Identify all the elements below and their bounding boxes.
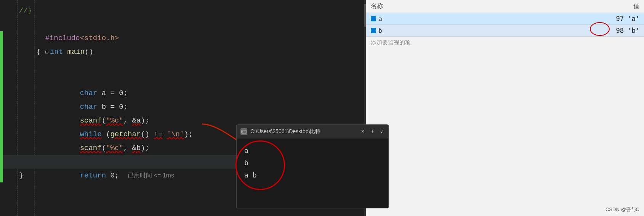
- watermark: CSDN @吾与C: [606, 206, 639, 213]
- code-line-8: scanf("%c", &a);: [0, 100, 366, 114]
- terminal-line-2: b: [244, 157, 381, 169]
- code-text-4: {: [19, 45, 41, 59]
- watch-var-icon-a: [371, 16, 376, 21]
- line-indicator-1: [0, 4, 3, 18]
- watch-var-label-b: b: [378, 27, 382, 34]
- terminal-titlebar: C:\Users\25061\Desktop\比特 × + ∨: [237, 125, 388, 139]
- line-indicator-3: [0, 31, 3, 45]
- code-line-3: ⊟int main(): [0, 31, 366, 45]
- code-line-7: char b = 0;: [0, 86, 366, 100]
- line-indicator-13: [0, 169, 3, 182]
- line-indicator-11: [0, 141, 3, 155]
- line-indicator-9: [0, 114, 3, 127]
- watch-var-name-b: b: [371, 27, 382, 34]
- line-indicator-7: [0, 86, 3, 100]
- code-line-5: [0, 59, 366, 73]
- watch-var-icon-b: [371, 28, 376, 33]
- line-indicator-4: [0, 45, 3, 59]
- watch-row-a[interactable]: a 97 'a': [366, 13, 644, 25]
- line-indicator-12: [0, 155, 3, 169]
- watch-var-name-a: a: [371, 15, 382, 23]
- watch-header: 名称 值: [366, 0, 644, 13]
- terminal-window[interactable]: C:\Users\25061\Desktop\比特 × + ∨ a b a b: [236, 124, 389, 208]
- line-indicator-2: [0, 18, 3, 31]
- code-text-1: //}: [19, 4, 32, 18]
- terminal-title: C:\Users\25061\Desktop\比特: [250, 128, 357, 135]
- terminal-app-icon: [240, 128, 247, 135]
- watch-add-text[interactable]: 添加要监视的项: [366, 37, 644, 48]
- terminal-body: a b a b: [237, 139, 388, 187]
- terminal-chevron-button[interactable]: ∨: [379, 129, 384, 135]
- terminal-line-3: a b: [244, 169, 381, 181]
- line-indicator-10: [0, 127, 3, 141]
- code-line-4: {: [0, 45, 366, 59]
- terminal-new-tab-button[interactable]: +: [369, 128, 376, 135]
- terminal-close-button[interactable]: ×: [360, 129, 366, 135]
- watch-var-value-a: 97 'a': [616, 15, 639, 23]
- watch-col-name: 名称: [371, 2, 383, 10]
- code-line-6: char a = 0;: [0, 73, 366, 86]
- line-indicator-8: [0, 100, 3, 114]
- line-indicator-5: [0, 59, 3, 73]
- watch-row-b[interactable]: b 98 'b': [366, 25, 644, 37]
- code-line-2: #include<stdio.h>: [0, 18, 366, 31]
- watch-col-value: 值: [633, 2, 639, 10]
- terminal-line-1: a: [244, 145, 381, 157]
- code-line-1: //}: [0, 4, 366, 18]
- watch-var-value-b: 98 'b': [616, 27, 639, 34]
- watch-var-label-a: a: [378, 15, 382, 23]
- line-indicator-6: [0, 73, 3, 86]
- code-text-13: }: [19, 169, 23, 182]
- watch-panel: 名称 值 a 97 'a' b 98 'b' 添加要监视的项: [366, 0, 644, 216]
